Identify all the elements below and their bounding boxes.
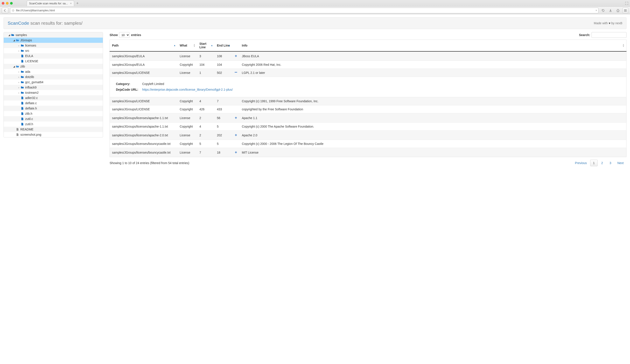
tree-item[interactable]: ▹ada bbox=[4, 69, 103, 74]
folder-icon bbox=[21, 80, 24, 84]
detail-url-label: DejaCode URL: bbox=[116, 88, 142, 91]
tab-title: ScanCode scan results for: sa... bbox=[29, 2, 68, 5]
tree-item[interactable]: zlib.h bbox=[4, 111, 103, 116]
cell-start: 4 bbox=[197, 97, 215, 105]
cell-start: 3 bbox=[197, 51, 215, 61]
cell-end: 7 bbox=[215, 97, 232, 105]
caret-down-icon[interactable]: ◢ bbox=[12, 39, 16, 42]
search-input[interactable] bbox=[592, 32, 626, 38]
caret-down-icon[interactable]: ◢ bbox=[12, 65, 16, 68]
home-button[interactable] bbox=[615, 8, 621, 13]
tree-item[interactable]: deflate.h bbox=[4, 106, 103, 111]
page-number[interactable]: 1 bbox=[590, 160, 598, 166]
tree-item-label: screenshot.png bbox=[20, 133, 41, 136]
brand-link[interactable]: ScanCode bbox=[8, 20, 29, 25]
minimize-window-button[interactable] bbox=[6, 2, 8, 4]
cell-expand bbox=[232, 140, 240, 148]
reload-button[interactable] bbox=[600, 8, 606, 13]
cell-end: 502 bbox=[215, 69, 232, 77]
cell-end: 433 bbox=[215, 105, 232, 113]
tree-item[interactable]: ▹licenses bbox=[4, 43, 103, 48]
cell-start: 426 bbox=[197, 105, 215, 113]
page-previous[interactable]: Previous bbox=[572, 160, 590, 166]
globe-icon bbox=[12, 9, 15, 12]
tree-item[interactable]: ◢samples bbox=[4, 32, 103, 38]
downloads-button[interactable] bbox=[608, 8, 614, 13]
caret-right-icon[interactable]: ▹ bbox=[17, 92, 20, 94]
tree-item-label: zlib bbox=[20, 65, 25, 68]
cell-expand[interactable]: + bbox=[232, 148, 240, 157]
file-icon bbox=[21, 107, 24, 110]
tree-item-label: zutil.h bbox=[25, 122, 33, 126]
chevron-down-icon[interactable]: ▾ bbox=[596, 9, 597, 12]
caret-right-icon[interactable]: ▹ bbox=[17, 81, 20, 83]
new-tab-button[interactable]: + bbox=[76, 1, 79, 5]
caret-right-icon[interactable]: ▹ bbox=[17, 50, 20, 52]
caret-right-icon[interactable]: ▹ bbox=[17, 86, 20, 89]
col-info[interactable]: Info ▲▼ bbox=[240, 40, 626, 52]
cell-info: Apache 2.0 bbox=[240, 131, 626, 140]
expand-plus-icon[interactable]: + bbox=[235, 54, 237, 58]
expand-plus-icon[interactable]: + bbox=[235, 133, 237, 137]
cell-expand[interactable]: + bbox=[232, 131, 240, 140]
cell-what: Copyright bbox=[178, 140, 197, 148]
tree-item[interactable]: LICENSE bbox=[4, 59, 103, 64]
col-path[interactable]: Path ▲ bbox=[110, 40, 178, 52]
tree-item[interactable]: screenshot.png bbox=[4, 132, 103, 137]
caret-right-icon[interactable]: ▹ bbox=[17, 76, 20, 78]
expand-plus-icon[interactable]: + bbox=[235, 150, 237, 155]
cell-expand[interactable]: + bbox=[232, 113, 240, 123]
col-end-line[interactable]: End Line ▲ bbox=[215, 40, 232, 52]
expand-plus-icon[interactable]: + bbox=[235, 116, 237, 120]
tree-item-label: LICENSE bbox=[25, 59, 38, 63]
reload-icon bbox=[601, 9, 605, 12]
fullscreen-icon[interactable] bbox=[625, 2, 628, 5]
tree-item[interactable]: ◢JGroups bbox=[4, 38, 103, 43]
tree-item[interactable]: ▹dotzlib bbox=[4, 74, 103, 80]
detail-category-label: Category: bbox=[116, 82, 142, 86]
tree-item-label: EULA bbox=[25, 54, 33, 58]
tree-item[interactable]: ▹gcc_gvmat64 bbox=[4, 80, 103, 85]
tree-item[interactable]: deflate.c bbox=[4, 101, 103, 106]
caret-right-icon[interactable]: ▹ bbox=[17, 71, 20, 73]
cell-path: samples/JGroups/LICENSE bbox=[110, 97, 178, 105]
close-tab-icon[interactable]: × bbox=[70, 2, 72, 5]
table-row: samples/JGroups/licenses/apache-1.1.txtL… bbox=[110, 113, 626, 123]
expand-minus-icon[interactable]: − bbox=[234, 69, 237, 75]
page-size-select[interactable]: 10 bbox=[119, 32, 130, 38]
cell-expand[interactable]: − bbox=[232, 69, 240, 77]
maximize-window-button[interactable] bbox=[10, 2, 13, 4]
page-next[interactable]: Next bbox=[614, 160, 626, 166]
caret-right-icon[interactable]: ▹ bbox=[17, 44, 20, 47]
detail-url-link[interactable]: https://enterprise.dejacode.com/license_… bbox=[142, 88, 233, 91]
tree-item-label: src bbox=[25, 49, 29, 52]
tree-item[interactable]: adler32.c bbox=[4, 95, 103, 101]
tree-item[interactable]: zutil.c bbox=[4, 116, 103, 122]
cell-path: samples/JGroups/EULA bbox=[110, 51, 178, 61]
folder-open-icon bbox=[16, 65, 19, 68]
cell-end: 202 bbox=[215, 131, 232, 140]
tree-item[interactable]: ◢zlib bbox=[4, 64, 103, 69]
entries-label: entries bbox=[131, 33, 141, 37]
caret-down-icon[interactable]: ◢ bbox=[8, 34, 11, 36]
tree-item[interactable]: zutil.h bbox=[4, 122, 103, 127]
tree-item[interactable]: EULA bbox=[4, 53, 103, 59]
titlebar: ScanCode scan results for: sa... × + bbox=[0, 0, 630, 6]
page-number[interactable]: 3 bbox=[606, 160, 614, 166]
back-button[interactable] bbox=[2, 8, 8, 13]
col-start-line[interactable]: Start Line ▲ bbox=[197, 40, 215, 52]
browser-tab[interactable]: ScanCode scan results for: sa... × bbox=[27, 0, 74, 6]
tree-item[interactable]: ▹infback9 bbox=[4, 85, 103, 90]
cell-path: samples/JGroups/licenses/apache-1.1.txt bbox=[110, 113, 178, 123]
address-bar[interactable]: file:///Users/jillian/samples.html ▾ bbox=[10, 8, 598, 13]
menu-button[interactable] bbox=[622, 8, 628, 13]
tree-item[interactable]: ▹iostream2 bbox=[4, 90, 103, 95]
col-what[interactable]: What ▲▼ bbox=[178, 40, 197, 52]
tree-item[interactable]: README bbox=[4, 127, 103, 132]
close-window-button[interactable] bbox=[2, 2, 4, 4]
tree-item[interactable]: ▹src bbox=[4, 48, 103, 53]
cell-what: License bbox=[178, 51, 197, 61]
page-number[interactable]: 2 bbox=[598, 160, 606, 166]
cell-expand[interactable]: + bbox=[232, 51, 240, 61]
table-row: samples/JGroups/licenses/bouncycastle.tx… bbox=[110, 148, 626, 157]
